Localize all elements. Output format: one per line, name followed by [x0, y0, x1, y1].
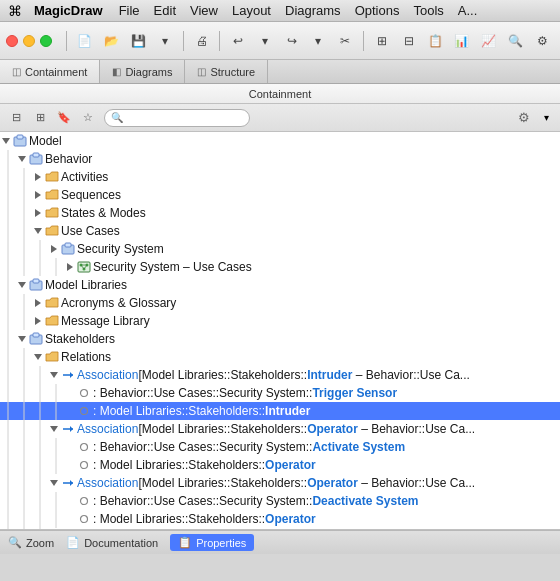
toolbar-extra5[interactable]: 📈 — [477, 29, 501, 53]
properties-status[interactable]: 📋 Properties — [170, 534, 254, 551]
tab-structure[interactable]: ◫ Structure — [185, 60, 268, 83]
tree-node-22[interactable]: : Model Libraries::Stakeholders::Operato… — [0, 510, 560, 528]
expand-icon-10[interactable] — [32, 297, 44, 309]
new-button[interactable]: 📄 — [73, 29, 97, 53]
toolbar-extra7[interactable]: ⚙ — [530, 29, 554, 53]
search-input[interactable] — [123, 112, 243, 124]
expand-icon-5[interactable] — [32, 207, 44, 219]
settings-button[interactable]: ⚙ — [514, 108, 534, 128]
svg-rect-40 — [33, 279, 39, 283]
bookmark-button[interactable]: 🔖 — [54, 108, 74, 128]
toolbar-extra1[interactable]: ⊞ — [370, 29, 394, 53]
collapse-all-button[interactable]: ⊟ — [6, 108, 26, 128]
options-button[interactable]: ▾ — [538, 110, 554, 126]
expand-icon-17[interactable] — [48, 423, 60, 435]
expand-icon-7[interactable] — [48, 243, 60, 255]
tree-node-18[interactable]: : Behavior::Use Cases::Security System::… — [0, 438, 560, 456]
tree-node-14[interactable]: Association[Model Libraries::Stakeholder… — [0, 366, 560, 384]
documentation-status[interactable]: 📄 Documentation — [66, 536, 158, 549]
expand-icon-14[interactable] — [48, 369, 60, 381]
tree-node-11[interactable]: Message Library — [0, 312, 560, 330]
toolbar-extra3[interactable]: 📋 — [423, 29, 447, 53]
menu-tools[interactable]: Tools — [413, 3, 443, 18]
menu-options[interactable]: Options — [355, 3, 400, 18]
separator-3 — [219, 31, 220, 51]
tree-node-21[interactable]: : Behavior::Use Cases::Security System::… — [0, 492, 560, 510]
separator-2 — [183, 31, 184, 51]
undo-dropdown[interactable]: ▾ — [253, 29, 277, 53]
undo-button[interactable]: ↩ — [226, 29, 250, 53]
node-label-2: Behavior — [45, 152, 92, 166]
separator-1 — [66, 31, 67, 51]
menu-view[interactable]: View — [190, 3, 218, 18]
expand-icon-22[interactable] — [64, 513, 76, 525]
menu-diagrams[interactable]: Diagrams — [285, 3, 341, 18]
toolbar-extra6[interactable]: 🔍 — [503, 29, 527, 53]
tree-node-15[interactable]: : Behavior::Use Cases::Security System::… — [0, 384, 560, 402]
expand-icon-18[interactable] — [64, 441, 76, 453]
redo-dropdown[interactable]: ▾ — [307, 29, 331, 53]
expand-icon-13[interactable] — [32, 351, 44, 363]
tree-node-4[interactable]: Sequences — [0, 186, 560, 204]
cut-button[interactable]: ✂ — [333, 29, 357, 53]
tree-container[interactable]: ModelBehaviorActivitiesSequencesStates &… — [0, 132, 560, 530]
toolbar: 📄 📂 💾 ▾ 🖨 ↩ ▾ ↪ ▾ ✂ ⊞ ⊟ 📋 📊 📈 🔍 ⚙ — [0, 22, 560, 60]
expand-icon-11[interactable] — [32, 315, 44, 327]
save-dropdown[interactable]: ▾ — [153, 29, 177, 53]
tree-node-19[interactable]: : Model Libraries::Stakeholders::Operato… — [0, 456, 560, 474]
print-button[interactable]: 🖨 — [190, 29, 214, 53]
expand-icon-16[interactable] — [64, 405, 76, 417]
redo-button[interactable]: ↪ — [280, 29, 304, 53]
tree-node-3[interactable]: Activities — [0, 168, 560, 186]
menu-items: File Edit View Layout Diagrams Options T… — [119, 3, 478, 18]
search-box[interactable]: 🔍 — [104, 109, 250, 127]
tab-diagrams-label: Diagrams — [125, 66, 172, 78]
menu-file[interactable]: File — [119, 3, 140, 18]
tree-node-17[interactable]: Association[Model Libraries::Stakeholder… — [0, 420, 560, 438]
expand-icon-15[interactable] — [64, 387, 76, 399]
menu-edit[interactable]: Edit — [154, 3, 176, 18]
tree-node-6[interactable]: Use Cases — [0, 222, 560, 240]
expand-icon-6[interactable] — [32, 225, 44, 237]
toolbar-extra2[interactable]: ⊟ — [397, 29, 421, 53]
tree-node-13[interactable]: Relations — [0, 348, 560, 366]
expand-button[interactable]: ⊞ — [30, 108, 50, 128]
expand-icon-1[interactable] — [0, 135, 12, 147]
tree-node-8[interactable]: Security System – Use Cases — [0, 258, 560, 276]
tree-node-2[interactable]: Behavior — [0, 150, 560, 168]
tree-node-16[interactable]: : Model Libraries::Stakeholders::Intrude… — [0, 402, 560, 420]
diagrams-icon: ◧ — [112, 66, 121, 77]
tree-node-7[interactable]: Security System — [0, 240, 560, 258]
node-label-9: Model Libraries — [45, 278, 127, 292]
svg-point-69 — [81, 408, 88, 415]
toolbar-extra4[interactable]: 📊 — [450, 29, 474, 53]
save-button[interactable]: 💾 — [126, 29, 150, 53]
minimize-button[interactable] — [23, 35, 35, 47]
open-button[interactable]: 📂 — [100, 29, 124, 53]
expand-icon-12[interactable] — [16, 333, 28, 345]
expand-icon-4[interactable] — [32, 189, 44, 201]
tree-node-9[interactable]: Model Libraries — [0, 276, 560, 294]
expand-icon-21[interactable] — [64, 495, 76, 507]
node-icon-5 — [45, 206, 59, 220]
close-button[interactable] — [6, 35, 18, 47]
tree-node-5[interactable]: States & Modes — [0, 204, 560, 222]
maximize-button[interactable] — [40, 35, 52, 47]
expand-icon-8[interactable] — [64, 261, 76, 273]
node-label-17: Association[Model Libraries::Stakeholder… — [77, 422, 475, 436]
zoom-status[interactable]: 🔍 Zoom — [8, 536, 54, 549]
expand-icon-9[interactable] — [16, 279, 28, 291]
expand-icon-20[interactable] — [48, 477, 60, 489]
tab-diagrams[interactable]: ◧ Diagrams — [100, 60, 185, 83]
expand-icon-2[interactable] — [16, 153, 28, 165]
tab-containment[interactable]: ◫ Containment — [0, 60, 100, 83]
tree-node-10[interactable]: Acronyms & Glossary — [0, 294, 560, 312]
expand-icon-3[interactable] — [32, 171, 44, 183]
tree-node-20[interactable]: Association[Model Libraries::Stakeholder… — [0, 474, 560, 492]
menu-more[interactable]: A... — [458, 3, 478, 18]
star-button[interactable]: ☆ — [78, 108, 98, 128]
expand-icon-19[interactable] — [64, 459, 76, 471]
tree-node-1[interactable]: Model — [0, 132, 560, 150]
menu-layout[interactable]: Layout — [232, 3, 271, 18]
tree-node-12[interactable]: Stakeholders — [0, 330, 560, 348]
